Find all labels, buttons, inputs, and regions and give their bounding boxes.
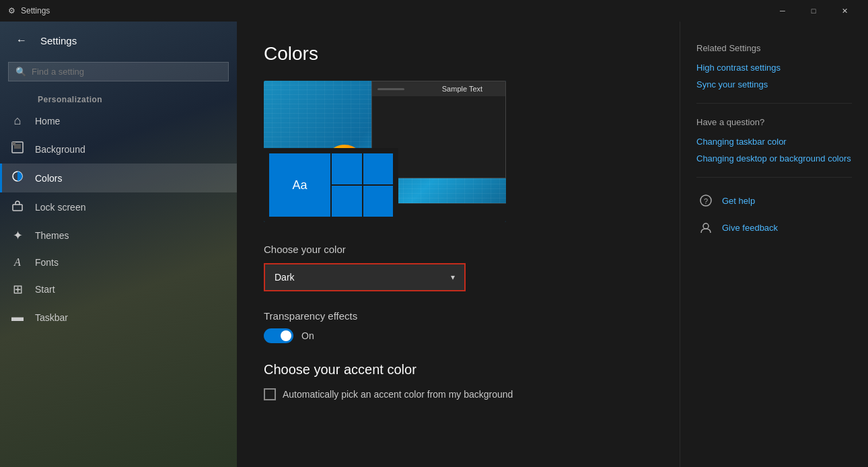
- start-icon: ⊞: [11, 282, 24, 297]
- auto-pick-label: Automatically pick an accent color from …: [283, 389, 513, 400]
- panel-divider-2: [696, 177, 852, 178]
- sidebar-lockscreen-label: Lock screen: [35, 202, 85, 213]
- auto-pick-checkbox[interactable]: [264, 388, 276, 400]
- chevron-down-icon: ▾: [451, 273, 455, 282]
- fonts-icon: A: [11, 256, 24, 268]
- sidebar-item-fonts[interactable]: A Fonts: [0, 250, 237, 275]
- preview-taskbar: [398, 203, 506, 222]
- changing-taskbar-link[interactable]: Changing taskbar color: [696, 137, 852, 147]
- sidebar-title: Settings: [40, 35, 77, 46]
- sidebar-colors-label: Colors: [35, 173, 62, 184]
- sidebar-item-themes[interactable]: ✦ Themes: [0, 221, 237, 250]
- color-dropdown-value: Dark: [275, 272, 295, 283]
- transparency-row: On: [264, 328, 653, 343]
- content-area: Colors Sample Text Aa: [237, 22, 680, 467]
- panel-divider-1: [696, 103, 852, 104]
- sidebar-section-label: Personalization: [0, 89, 237, 107]
- titlebar-title: Settings: [21, 6, 50, 15]
- sidebar-taskbar-label: Taskbar: [35, 312, 68, 323]
- titlebar-controls: ─ □ ✕: [767, 0, 860, 22]
- get-help-action[interactable]: ? Get help: [696, 191, 852, 210]
- changing-desktop-link[interactable]: Changing desktop or background colors: [696, 153, 852, 164]
- preview-window-content: [372, 96, 505, 107]
- maximize-button[interactable]: □: [798, 0, 829, 22]
- sidebar-header: ← Settings: [0, 22, 237, 59]
- sidebar-themes-label: Themes: [35, 230, 69, 241]
- sidebar-item-lockscreen[interactable]: Lock screen: [0, 192, 237, 221]
- preview-background: Sample Text Aa: [264, 81, 506, 222]
- sidebar-start-label: Start: [35, 284, 55, 295]
- color-dropdown[interactable]: Dark ▾: [264, 263, 466, 291]
- titlebar: ⚙ Settings ─ □ ✕: [0, 0, 868, 22]
- preview-tile-large: Aa: [269, 153, 330, 217]
- toggle-knob: [281, 330, 291, 341]
- related-settings-title: Related Settings: [696, 43, 852, 53]
- sidebar-item-home[interactable]: ⌂ Home: [0, 107, 237, 135]
- high-contrast-link[interactable]: High contrast settings: [696, 63, 852, 73]
- preview-window-bar: Sample Text: [372, 81, 505, 96]
- sidebar-fonts-label: Fonts: [35, 257, 59, 268]
- transparency-label: Transparency effects: [264, 310, 653, 322]
- preview-tiles: Aa: [264, 148, 398, 222]
- titlebar-left: ⚙ Settings: [8, 6, 50, 15]
- sidebar-item-label: Home: [35, 116, 60, 127]
- themes-icon: ✦: [11, 228, 24, 243]
- background-icon: [11, 141, 24, 157]
- titlebar-icon: ⚙: [8, 6, 15, 15]
- taskbar-icon: ▬: [11, 310, 24, 324]
- sidebar: ← Settings 🔍 Personalization ⌂ Home Back…: [0, 22, 237, 467]
- transparency-state: On: [301, 330, 314, 341]
- get-help-icon: ?: [696, 191, 715, 210]
- get-help-label: Get help: [722, 196, 755, 206]
- right-panel: Related Settings High contrast settings …: [680, 22, 868, 467]
- have-question-heading: Have a question?: [696, 117, 852, 127]
- color-preview: Sample Text Aa: [264, 81, 506, 222]
- svg-text:?: ?: [704, 197, 708, 205]
- search-input[interactable]: [32, 67, 221, 77]
- lockscreen-icon: [11, 199, 24, 215]
- sidebar-item-taskbar[interactable]: ▬ Taskbar: [0, 303, 237, 331]
- close-button[interactable]: ✕: [829, 0, 860, 22]
- choose-color-heading: Choose your color: [264, 244, 653, 255]
- app-container: ← Settings 🔍 Personalization ⌂ Home Back…: [0, 22, 868, 467]
- preview-tile-4: [363, 186, 394, 217]
- colors-icon: [11, 170, 24, 186]
- preview-tile-2: [363, 153, 394, 184]
- page-title: Colors: [264, 43, 653, 65]
- search-icon: 🔍: [15, 67, 26, 77]
- accent-title: Choose your accent color: [264, 362, 653, 378]
- sidebar-item-background[interactable]: Background: [0, 135, 237, 164]
- give-feedback-action[interactable]: Give feedback: [696, 218, 852, 237]
- sync-settings-link[interactable]: Sync your settings: [696, 79, 852, 89]
- minimize-button[interactable]: ─: [767, 0, 798, 22]
- auto-pick-row: Automatically pick an accent color from …: [264, 388, 653, 400]
- sidebar-item-colors[interactable]: Colors: [0, 164, 237, 192]
- svg-rect-2: [12, 142, 15, 145]
- preview-tile-3: [332, 186, 362, 217]
- give-feedback-label: Give feedback: [722, 223, 778, 233]
- sidebar-background-label: Background: [35, 144, 85, 155]
- back-button[interactable]: ←: [11, 30, 32, 51]
- sample-text: Sample Text: [442, 85, 482, 93]
- search-box[interactable]: 🔍: [8, 62, 229, 81]
- sidebar-item-start[interactable]: ⊞ Start: [0, 275, 237, 303]
- home-icon: ⌂: [11, 114, 24, 128]
- svg-point-7: [703, 223, 709, 229]
- preview-tile-1: [332, 153, 362, 184]
- give-feedback-icon: [696, 218, 715, 237]
- transparency-toggle[interactable]: [264, 328, 293, 343]
- svg-rect-4: [13, 205, 22, 211]
